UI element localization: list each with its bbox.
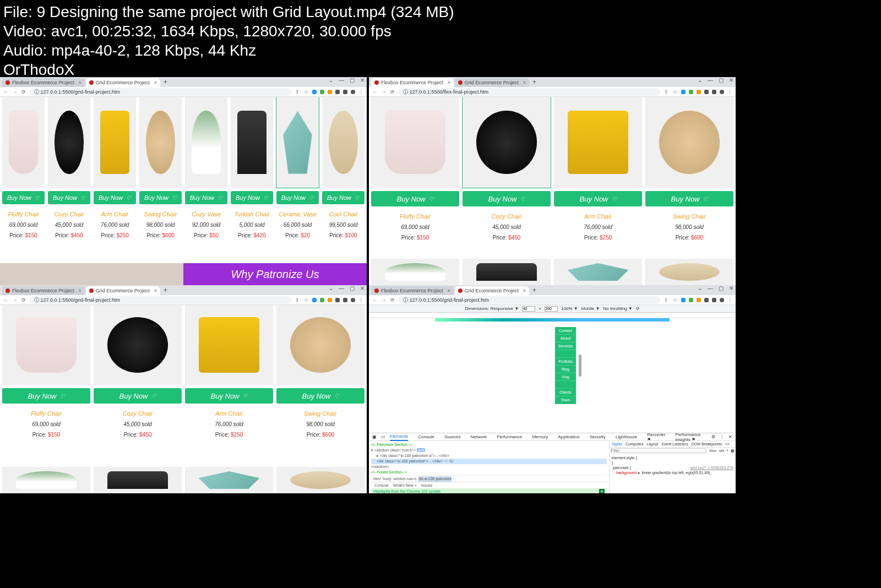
buy-button[interactable]: Buy Now♡ xyxy=(276,191,319,204)
reload-icon[interactable]: ⟳ xyxy=(390,297,395,303)
ext-icon[interactable] xyxy=(697,90,701,94)
menu-item[interactable]: About xyxy=(555,335,576,342)
forward-icon[interactable]: → xyxy=(381,89,387,95)
styles-tab[interactable]: Layout xyxy=(646,442,658,446)
menu-item[interactable]: Services xyxy=(555,342,576,350)
devtools-tab[interactable]: Performance xyxy=(497,434,522,439)
forward-icon[interactable]: → xyxy=(12,89,18,95)
product-image[interactable] xyxy=(185,467,273,493)
buy-button[interactable]: Buy Now♡ xyxy=(94,388,182,404)
product-image[interactable] xyxy=(276,97,319,188)
maximize-icon[interactable]: ▢ xyxy=(719,77,724,83)
profile-icon[interactable] xyxy=(351,298,355,302)
devtools-tab[interactable]: Application xyxy=(558,434,580,439)
product-image[interactable] xyxy=(2,467,90,493)
devtools-tab[interactable]: Memory xyxy=(532,434,548,439)
computed-icon[interactable]: ▦ xyxy=(731,449,735,453)
drawer-tab[interactable]: What's New × xyxy=(393,483,417,488)
throttle-select[interactable]: No throttling ▼ xyxy=(603,306,632,311)
back-icon[interactable]: ← xyxy=(372,297,378,303)
ext-icon[interactable] xyxy=(697,298,701,302)
breadcrumb-item[interactable]: section.row-b xyxy=(393,476,416,482)
ext-icon[interactable] xyxy=(689,298,693,302)
menu-item[interactable]: Team xyxy=(555,396,576,404)
inspect-icon[interactable]: ▣ xyxy=(372,434,377,439)
share-icon[interactable]: ⇪ xyxy=(664,297,669,303)
product-image[interactable] xyxy=(371,259,459,285)
back-icon[interactable]: ← xyxy=(3,89,9,95)
breadcrumb-item[interactable]: body xyxy=(383,476,391,482)
product-image[interactable] xyxy=(94,305,182,385)
url-input[interactable]: ⓘ 127.0.0.1:5500/grid-final-project.htm xyxy=(30,88,291,96)
elements-tree[interactable]: <!--Patronize Section--> ▾ <section clas… xyxy=(369,441,609,493)
tab-flexbox[interactable]: Flexbox Ecommerce Project× xyxy=(2,286,85,295)
devtools-tab[interactable]: Console xyxy=(418,434,434,439)
buy-button[interactable]: Buy Now♡ xyxy=(554,191,642,206)
tab-grid[interactable]: Grid Ecommerce Project× xyxy=(455,78,529,87)
ext-icon[interactable] xyxy=(689,90,693,94)
new-tab-button[interactable]: + xyxy=(530,286,539,294)
tab-grid[interactable]: Grid Ecommerce Project× xyxy=(86,286,160,295)
buy-button[interactable]: Buy Now♡ xyxy=(185,191,227,204)
close-icon[interactable]: × xyxy=(448,288,450,293)
rotate-icon[interactable]: ⟳ xyxy=(636,306,640,311)
tab-flexbox[interactable]: Flexbox Ecommerce Project× xyxy=(371,286,454,295)
chevron-down-icon[interactable]: ⌄ xyxy=(698,77,702,83)
buy-button[interactable]: Buy Now♡ xyxy=(322,191,365,204)
product-image[interactable] xyxy=(48,97,90,188)
ext-icon[interactable] xyxy=(328,90,332,94)
menu-item[interactable]: Portfolio xyxy=(555,358,576,366)
reload-icon[interactable]: ⟳ xyxy=(21,297,26,303)
url-input[interactable]: ⓘ 127.0.0.1:5500/grid-final-project.htm xyxy=(30,296,291,304)
ext-icon[interactable] xyxy=(704,298,709,302)
chevron-down-icon[interactable]: ⌄ xyxy=(698,285,702,291)
menu-item[interactable]: Contact xyxy=(555,327,576,335)
share-icon[interactable]: ⇪ xyxy=(664,89,669,95)
bookmark-icon[interactable]: ☆ xyxy=(672,89,678,95)
url-input[interactable]: ⓘ 127.0.0.1:5500/grid-final-project.htm xyxy=(399,296,660,304)
share-icon[interactable]: ⇪ xyxy=(295,89,300,95)
ext-icon[interactable] xyxy=(681,298,686,302)
menu-item[interactable]: Clients xyxy=(555,389,576,396)
maximize-icon[interactable]: ▢ xyxy=(350,285,355,291)
profile-icon[interactable] xyxy=(720,90,724,94)
product-image[interactable] xyxy=(2,305,90,385)
product-image[interactable] xyxy=(94,97,136,188)
ext-icon[interactable] xyxy=(343,90,347,94)
close-icon[interactable]: × xyxy=(523,288,526,293)
zoom-select[interactable]: 100% ▼ xyxy=(561,306,578,311)
close-icon[interactable]: ✕ xyxy=(728,434,732,439)
buy-button[interactable]: Buy Now♡ xyxy=(185,388,273,404)
bookmark-icon[interactable]: ☆ xyxy=(672,297,678,303)
drawer-tab[interactable]: Console xyxy=(374,483,389,488)
menu-icon[interactable]: ⋮ xyxy=(727,297,732,303)
back-icon[interactable]: ← xyxy=(3,297,9,303)
filter-input[interactable] xyxy=(611,448,706,453)
product-image[interactable] xyxy=(645,259,733,285)
devtools-tab[interactable]: Elements xyxy=(390,433,408,441)
css-rules[interactable]: element.style { } .patronize {grid.css?_… xyxy=(610,454,736,476)
ext-icon[interactable] xyxy=(335,298,340,302)
close-icon[interactable]: × xyxy=(154,288,157,293)
menu-item[interactable]: Vlog xyxy=(555,373,576,381)
profile-icon[interactable] xyxy=(720,298,724,302)
devtools-tab[interactable]: Lighthouse xyxy=(616,434,637,439)
product-image[interactable] xyxy=(371,97,459,188)
devtools-tab[interactable]: Network xyxy=(471,434,487,439)
reload-icon[interactable]: ⟳ xyxy=(21,89,26,95)
scrollbar[interactable] xyxy=(579,355,581,377)
bookmark-icon[interactable]: ☆ xyxy=(303,297,309,303)
product-image[interactable] xyxy=(139,97,182,188)
product-image[interactable] xyxy=(463,259,551,285)
add-rule-icon[interactable]: + xyxy=(726,449,728,453)
buy-button[interactable]: Buy Now♡ xyxy=(463,191,551,206)
forward-icon[interactable]: → xyxy=(12,297,18,303)
product-image[interactable] xyxy=(185,305,273,385)
device-icon[interactable]: ▭ xyxy=(381,434,385,439)
settings-icon[interactable]: ⚙ xyxy=(711,434,715,439)
devtools-tab[interactable]: Security xyxy=(590,434,606,439)
ext-icon[interactable] xyxy=(712,298,716,302)
url-input[interactable]: ⓘ 127.0.0.1:5500/flex-final-project.htm xyxy=(399,88,660,96)
buy-button[interactable]: Buy Now♡ xyxy=(645,191,733,206)
back-icon[interactable]: ← xyxy=(372,89,378,95)
